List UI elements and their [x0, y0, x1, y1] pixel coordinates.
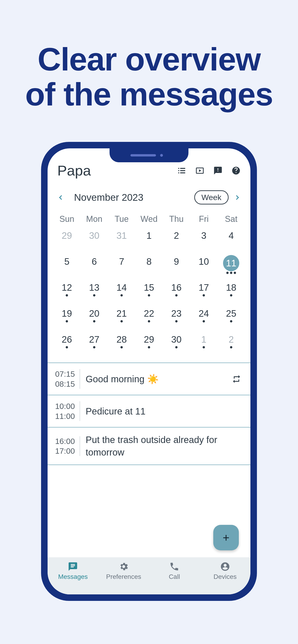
calendar-week: 262728293012: [53, 333, 245, 359]
calendar-day[interactable]: 1: [135, 229, 163, 255]
calendar-week: 567891011: [53, 255, 245, 281]
message-item[interactable]: 16:0017:00Put the trash outside already …: [48, 427, 250, 465]
event-dot: [148, 346, 150, 348]
day-number: 5: [64, 256, 69, 267]
calendar-day[interactable]: 26: [53, 333, 81, 359]
calendar-day[interactable]: 24: [190, 307, 217, 333]
message-item[interactable]: 10:0011:00Pedicure at 11: [48, 395, 250, 427]
calendar-daynames: SunMonTueWedThuFriSat: [53, 212, 245, 229]
calendar-day[interactable]: 10: [190, 255, 217, 281]
calendar-day[interactable]: 21: [108, 307, 135, 333]
dayname: Wed: [135, 212, 163, 229]
event-dot: [234, 272, 236, 274]
day-number: 23: [171, 308, 182, 319]
event-dot: [175, 320, 178, 322]
event-dot: [226, 272, 229, 274]
calendar-day[interactable]: 5: [53, 255, 81, 281]
tab-preferences[interactable]: Preferences: [98, 562, 149, 594]
day-number: 7: [119, 256, 124, 267]
calendar-day[interactable]: 12: [53, 281, 81, 307]
front-camera: [160, 154, 163, 157]
calendar-day[interactable]: 2: [163, 229, 190, 255]
add-message-button[interactable]: +: [213, 525, 239, 550]
calendar-day[interactable]: 11: [217, 255, 245, 281]
calendar-day[interactable]: 3: [190, 229, 217, 255]
message-item[interactable]: 07:1508:15Good morning ☀️: [48, 362, 250, 395]
day-number: 26: [62, 334, 72, 345]
calendar-day[interactable]: 19: [53, 307, 81, 333]
message-end: 11:00: [55, 411, 75, 421]
tab-devices[interactable]: Devices: [200, 562, 251, 594]
message-start: 07:15: [55, 369, 75, 379]
calendar-day[interactable]: 16: [163, 281, 190, 307]
day-number: 20: [89, 308, 100, 319]
calendar-day[interactable]: 30: [163, 333, 190, 359]
event-dot: [120, 294, 123, 296]
tab-messages[interactable]: Messages: [48, 562, 98, 594]
day-number: 4: [229, 230, 234, 241]
calendar-day[interactable]: 27: [81, 333, 108, 359]
tab-call[interactable]: Call: [149, 562, 200, 594]
event-dot: [66, 320, 68, 322]
calendar-day[interactable]: 31: [108, 229, 135, 255]
calendar-day[interactable]: 7: [108, 255, 135, 281]
day-number: 12: [62, 282, 72, 293]
calendar: SunMonTueWedThuFriSat 293031123456789101…: [48, 209, 250, 361]
calendar-day[interactable]: 8: [135, 255, 163, 281]
event-dot: [93, 294, 95, 296]
messages-list: 07:1508:15Good morning ☀️10:0011:00Pedic…: [48, 362, 250, 465]
feedback-icon[interactable]: [213, 166, 223, 175]
calendar-day[interactable]: 13: [81, 281, 108, 307]
svg-rect-2: [178, 170, 179, 171]
calendar-day[interactable]: 9: [163, 255, 190, 281]
day-number: 17: [199, 282, 209, 293]
calendar-day[interactable]: 15: [135, 281, 163, 307]
tab-label: Messages: [58, 573, 88, 580]
phone-screen: Papa November 2023: [48, 148, 250, 594]
calendar-day[interactable]: 1: [190, 333, 217, 359]
day-number: 2: [229, 334, 234, 345]
list-icon[interactable]: [177, 166, 186, 175]
calendar-day[interactable]: 30: [81, 229, 108, 255]
event-dot: [230, 272, 232, 274]
day-number: 16: [171, 282, 182, 293]
calendar-day[interactable]: 29: [53, 229, 81, 255]
day-number: 2: [174, 230, 179, 241]
prev-month-button[interactable]: [57, 194, 65, 202]
day-number: 30: [171, 334, 182, 345]
day-number: 13: [89, 282, 100, 293]
day-number: 6: [92, 256, 97, 267]
day-number: 29: [62, 230, 72, 241]
calendar-day[interactable]: 2: [217, 333, 245, 359]
calendar-day[interactable]: 6: [81, 255, 108, 281]
calendar-day[interactable]: 14: [108, 281, 135, 307]
help-icon[interactable]: [231, 166, 241, 175]
next-month-button[interactable]: [233, 194, 241, 202]
calendar-day[interactable]: 22: [135, 307, 163, 333]
day-number: 28: [117, 334, 127, 345]
message-times: 10:0011:00: [55, 401, 80, 421]
message-text: Pedicure at 11: [86, 405, 241, 418]
plus-icon: +: [223, 531, 229, 544]
calendar-day[interactable]: 29: [135, 333, 163, 359]
calendar-day[interactable]: 23: [163, 307, 190, 333]
view-toggle[interactable]: Week: [194, 190, 229, 204]
day-number: 1: [201, 334, 206, 345]
calendar-nav: November 2023 Week: [48, 183, 250, 209]
chat-icon: [68, 562, 78, 572]
month-label: November 2023: [74, 192, 190, 203]
speaker-grill: [130, 154, 156, 156]
calendar-day[interactable]: 17: [190, 281, 217, 307]
day-number: 19: [62, 308, 72, 319]
event-dot: [148, 320, 150, 322]
dayname: Sat: [217, 212, 245, 229]
day-number: 27: [89, 334, 100, 345]
calendar-day[interactable]: 25: [217, 307, 245, 333]
day-number: 30: [89, 230, 100, 241]
calendar-day[interactable]: 28: [108, 333, 135, 359]
calendar-day[interactable]: 4: [217, 229, 245, 255]
calendar-day[interactable]: 20: [81, 307, 108, 333]
calendar-day[interactable]: 18: [217, 281, 245, 307]
event-dots: [226, 272, 236, 274]
slideshow-icon[interactable]: [195, 166, 204, 175]
